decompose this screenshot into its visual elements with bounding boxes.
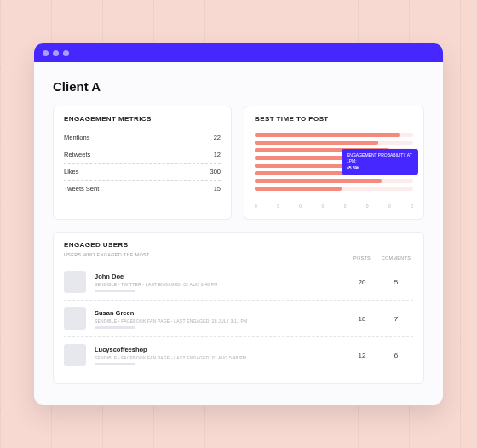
metric-row: Retweets 12	[64, 146, 221, 164]
user-name: John Doe	[95, 273, 345, 280]
avatar	[64, 344, 86, 366]
window-dot[interactable]	[63, 50, 69, 56]
top-row: ENGAGEMENT METRICS Mentions 22 Retweets …	[53, 106, 424, 220]
user-engagement-bar	[95, 290, 135, 292]
user-meta: SENDIBLE - TWITTER - LAST ENGAGED: 02 AU…	[95, 282, 345, 287]
user-meta: SENDIBLE - FACEBOOK FAN PAGE - LAST ENGA…	[95, 319, 345, 324]
metric-value: 300	[210, 168, 221, 175]
chart-bar-fill	[255, 141, 378, 145]
content: Client A ENGAGEMENT METRICS Mentions 22 …	[34, 62, 443, 405]
user-name: Susan Green	[95, 309, 345, 317]
metric-label: Likes	[64, 168, 79, 175]
chart-bar	[255, 187, 413, 191]
metric-label: Mentions	[64, 134, 89, 141]
user-info: Susan Green SENDIBLE - FACEBOOK FAN PAGE…	[95, 309, 345, 329]
engagement-metrics-card: ENGAGEMENT METRICS Mentions 22 Retweets …	[53, 106, 232, 220]
engaged-users-card: ENGAGED USERS USERS WHO ENGAGED THE MOST…	[53, 232, 424, 384]
col-posts: POSTS	[345, 256, 379, 264]
chart-bar	[255, 179, 413, 183]
user-info: John Doe SENDIBLE - TWITTER - LAST ENGAG…	[95, 273, 345, 292]
card-title: ENGAGEMENT METRICS	[64, 115, 221, 123]
axis-tick: 0	[299, 204, 302, 209]
axis-tick: 0	[411, 204, 413, 209]
axis-tick: 0	[277, 204, 279, 209]
axis-tick: 0	[255, 204, 257, 209]
chart-tooltip: ENGAGEMENT PROBABILITY AT 1PM: 45.6%	[342, 149, 418, 175]
user-engagement-bar	[95, 363, 135, 365]
axis-tick: 0	[344, 204, 347, 209]
user-posts: 12	[345, 352, 379, 359]
app-window: Client A ENGAGEMENT METRICS Mentions 22 …	[34, 43, 443, 405]
best-time-card: BEST TIME TO POST ENGAGEMENT PROBABILITY…	[244, 106, 424, 220]
engaged-header: USERS WHO ENGAGED THE MOST POSTS COMMENT…	[64, 256, 413, 264]
chart-bar-fill	[255, 187, 342, 191]
tooltip-value: 45.6%	[347, 165, 413, 171]
user-comments: 5	[379, 279, 413, 286]
axis-tick: 0	[388, 204, 391, 209]
window-dot[interactable]	[43, 50, 49, 56]
user-meta: SENDIBLE - FACEBOOK FAN PAGE - LAST ENGA…	[95, 355, 345, 360]
tooltip-label: ENGAGEMENT PROBABILITY AT 1PM:	[347, 152, 412, 164]
metric-label: Tweets Sent	[64, 185, 99, 192]
chart-bar	[255, 141, 413, 145]
user-row[interactable]: Susan Green SENDIBLE - FACEBOOK FAN PAGE…	[64, 301, 413, 337]
user-comments: 6	[379, 352, 413, 359]
col-comments: COMMENTS	[379, 256, 413, 264]
user-info: Lucyscoffeeshop SENDIBLE - FACEBOOK FAN …	[95, 346, 345, 365]
titlebar	[34, 43, 443, 62]
metric-row: Mentions 22	[64, 129, 221, 146]
chart-bar-fill	[255, 156, 350, 160]
chart-xaxis: 0 0 0 0 0 0 0 0	[255, 198, 413, 209]
user-name: Lucyscoffeeshop	[95, 346, 345, 353]
card-title: BEST TIME TO POST	[255, 115, 413, 123]
axis-tick: 0	[366, 204, 369, 209]
user-row[interactable]: John Doe SENDIBLE - TWITTER - LAST ENGAG…	[64, 264, 413, 301]
chart-bar-fill	[255, 133, 400, 137]
window-dot[interactable]	[53, 50, 59, 56]
user-posts: 20	[345, 279, 379, 286]
card-title: ENGAGED USERS	[64, 241, 413, 249]
user-engagement-bar	[95, 326, 135, 329]
user-row[interactable]: Lucyscoffeeshop SENDIBLE - FACEBOOK FAN …	[64, 337, 413, 373]
chart-bar	[255, 133, 413, 137]
metric-row: Likes 300	[64, 164, 221, 181]
user-posts: 18	[345, 315, 379, 323]
page-title: Client A	[53, 79, 424, 94]
engaged-subtitle: USERS WHO ENGAGED THE MOST	[64, 252, 345, 257]
metric-row: Tweets Sent 15	[64, 181, 221, 197]
metric-label: Retweets	[64, 151, 90, 158]
metric-value: 22	[214, 134, 221, 141]
metric-value: 12	[214, 151, 221, 158]
axis-tick: 0	[322, 204, 325, 209]
metric-value: 15	[214, 185, 221, 192]
avatar	[64, 307, 86, 330]
avatar	[64, 271, 86, 293]
chart-bar-fill	[255, 179, 382, 183]
user-comments: 7	[379, 315, 413, 323]
